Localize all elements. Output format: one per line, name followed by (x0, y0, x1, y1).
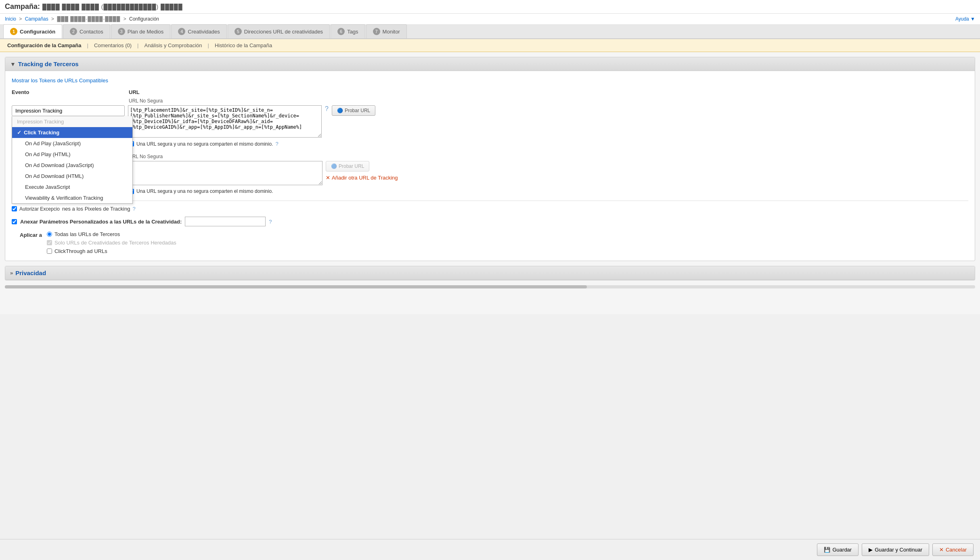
url-no-segura-label-1: URL No Segura (129, 98, 163, 104)
ayuda-link[interactable]: Ayuda (955, 16, 969, 22)
sub-tab-comentarios[interactable]: Comentarios (0) (92, 42, 134, 49)
tracking-section-header[interactable]: ▼ Tracking de Terceros (5, 57, 975, 71)
scroll-indicator[interactable] (5, 285, 587, 288)
dd-item-adplay-js[interactable]: On Ad Play (JavaScript) (12, 138, 132, 149)
help-icon-2[interactable]: ? (275, 141, 278, 147)
apply-to-group: Todas las URLs de Terceros Solo URLs de … (47, 231, 176, 254)
probar-url-label-2: Probar URL (339, 163, 364, 169)
campaign-prefix: Campaña: (5, 2, 40, 11)
event-select-wrapper: Impression Tracking Impression Tracking … (12, 105, 125, 116)
pixeles-label: Autorizar Excepcio (19, 206, 60, 212)
tab-contactos[interactable]: 2 Contactos (63, 24, 110, 38)
sub-tabs-bar: Configuración de la Campaña | Comentario… (0, 39, 980, 52)
privacidad-section-header[interactable]: » Privacidad (5, 266, 975, 280)
tab-tags[interactable]: 6 Tags (331, 24, 365, 38)
breadcrumb-configuracion: Configuración (129, 16, 159, 22)
params-input[interactable] (185, 217, 266, 226)
divider-1 (12, 201, 968, 201)
sub-tab-configuracion[interactable]: Configuración de la Campaña (5, 42, 84, 49)
checkbox-clickthrough-label: ClickThrough ad URLs (54, 248, 107, 254)
privacidad-section-title: Privacidad (15, 270, 46, 276)
breadcrumb: Inicio > Campañas > ███ ████-████-████ >… (0, 14, 980, 24)
params-checkbox[interactable] (12, 219, 17, 224)
tracking-section: ▼ Tracking de Terceros Mostrar los Token… (5, 57, 975, 261)
privacidad-toggle-icon: » (10, 270, 13, 276)
tabs-bar: 1 Configuración 2 Contactos 3 Plan de Me… (0, 24, 980, 39)
dd-item-click[interactable]: ✓ Click Tracking (12, 127, 132, 138)
top-bar: Campaña: ████ ████ ████ (████████████) █… (0, 0, 980, 14)
show-tokens-link[interactable]: Mostrar los Tokens de URLs Compatibles (12, 77, 108, 84)
same-domain-label-2: Una URL segura y una no segura comparten… (136, 188, 273, 194)
privacidad-section: » Privacidad (5, 266, 975, 280)
pixeles-label-cont: nes a los Pixeles de Tracking (62, 206, 130, 212)
dd-item-execute-js[interactable]: Execute JavaScript (12, 182, 132, 192)
add-tracking-link[interactable]: ✕ Añadir otra URL de Tracking (326, 175, 398, 181)
dd-item-addownload-html[interactable]: On Ad Download (HTML) (12, 171, 132, 182)
dd-item-adplay-html[interactable]: On Ad Play (HTML) (12, 149, 132, 160)
sub-tab-analisis[interactable]: Análisis y Comprobación (142, 42, 204, 49)
toggle-icon: ▼ (10, 61, 16, 67)
dd-item-viewability[interactable]: Viewability & Verification Tracking (12, 192, 132, 203)
probar-btn-icon-2: 🔵 (331, 163, 337, 169)
breadcrumb-campaign-id: ███ ████-████-████ (57, 16, 120, 22)
checkbox-solo-label: Solo URLs de Creatividades de Terceros H… (54, 240, 176, 246)
radio-todas-input[interactable] (47, 232, 52, 237)
evento-label: Evento (12, 89, 29, 95)
radio-todas-label: Todas las URLs de Terceros (54, 231, 120, 237)
url-label: URL (129, 89, 140, 95)
probar-btn-icon-1: 🔵 (337, 108, 343, 113)
help-icon-3[interactable]: ? (132, 206, 135, 212)
breadcrumb-inicio[interactable]: Inicio (5, 16, 16, 22)
event-dropdown: Impression Tracking ✓ Click Tracking On … (12, 116, 133, 204)
pixeles-checkbox[interactable] (12, 206, 17, 211)
probar-url-btn-2[interactable]: 🔵 Probar URL (326, 161, 369, 171)
probar-url-label-1: Probar URL (345, 108, 370, 113)
radio-todas: Todas las URLs de Terceros (47, 231, 176, 237)
dd-item-impression[interactable]: Impression Tracking (12, 116, 132, 127)
tab-creatividades[interactable]: 4 Creatividades (171, 24, 227, 38)
dd-item-addownload-js[interactable]: On Ad Download (JavaScript) (12, 160, 132, 171)
checkbox-clickthrough: ClickThrough ad URLs (47, 248, 176, 254)
tracking-section-body: Mostrar los Tokens de URLs Compatibles E… (5, 71, 975, 261)
tab-plan-medios[interactable]: 3 Plan de Medios (111, 24, 171, 38)
checkbox-solo-urls: Solo URLs de Creatividades de Terceros H… (47, 240, 176, 246)
event-select[interactable]: Impression Tracking (12, 105, 125, 116)
same-domain-label-1: Una URL segura y una no segura comparten… (136, 141, 273, 147)
tab-monitor[interactable]: 7 Monitor (366, 24, 407, 38)
tab-direcciones-url[interactable]: 5 Direcciones URL de creatividades (228, 24, 330, 38)
breadcrumb-campanas[interactable]: Campañas (25, 16, 48, 22)
tab-configuracion[interactable]: 1 Configuración (3, 24, 62, 38)
tracking-section-title: Tracking de Terceros (18, 61, 79, 67)
checkbox-solo-input[interactable] (47, 240, 52, 245)
close-icon: ✕ (326, 175, 330, 181)
probar-url-btn-1[interactable]: 🔵 Probar URL (332, 105, 375, 116)
url-textarea-2[interactable] (129, 161, 322, 185)
help-icon-1[interactable]: ? (325, 105, 329, 113)
url-no-segura-label-2: URL No Segura (129, 154, 163, 159)
campaign-name: ████ ████ ████ (████████████) █████ (42, 4, 183, 10)
url-textarea-1[interactable]: [%tp_PlacementID%]&r_site=[%tp_SiteID%]&… (128, 105, 322, 138)
sub-tab-historico[interactable]: Histórico de la Campaña (212, 42, 274, 49)
main-content: ▼ Tracking de Terceros Mostrar los Token… (0, 52, 980, 314)
apply-to-label: Aplicar a (20, 231, 42, 238)
checkbox-clickthrough-input[interactable] (47, 249, 52, 254)
help-icon-4[interactable]: ? (269, 219, 272, 225)
params-label: Anexar Parámetros Personalizados a las U… (20, 219, 182, 225)
